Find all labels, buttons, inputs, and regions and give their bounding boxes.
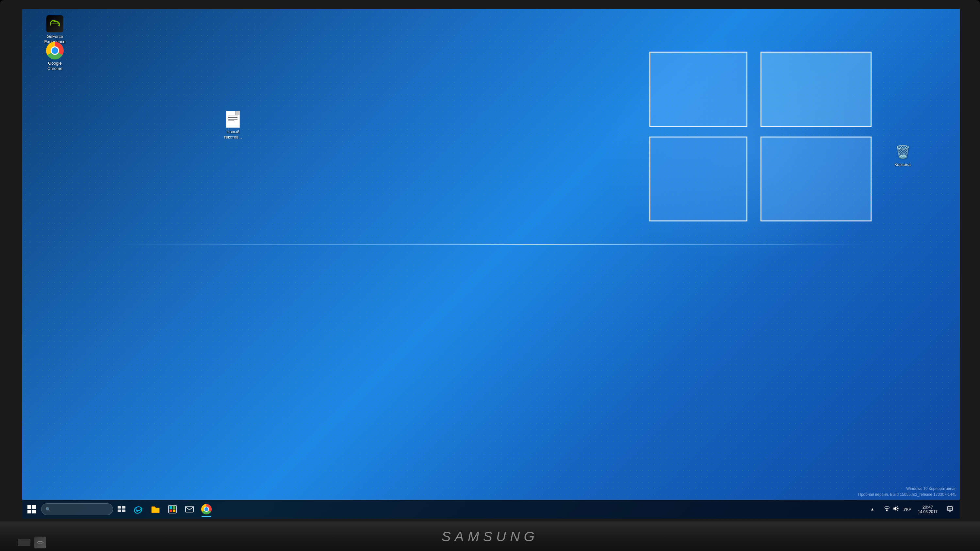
monitor-controls [18,537,46,548]
desktop-icon-geforce[interactable]: GeForce Experience [40,15,70,44]
desktop-icon-recycle[interactable]: 🗑️ Корзина [888,143,917,167]
search-bar[interactable]: 🔍 [41,503,113,515]
task-view-button[interactable] [113,501,130,518]
textfile-icon [226,111,240,128]
geforce-icon [46,15,64,32]
windows-logo [649,52,872,221]
store-button[interactable] [164,501,181,518]
edge-icon [134,505,143,514]
monitor-logo-button[interactable] [34,537,46,548]
win-pane-tr [760,52,872,127]
network-signal-icon [884,506,890,511]
svg-rect-6 [170,506,172,509]
win-pane-bl [649,137,748,221]
win-pane-br [760,137,872,221]
svg-rect-10 [186,506,193,512]
svg-rect-13 [947,507,953,510]
file-explorer-button[interactable] [147,501,164,518]
mail-icon [185,505,194,513]
watermark-line1: Windows 10 Корпоративная [858,486,956,492]
svg-rect-14 [948,508,951,508]
wallpaper: GeForce Experience Google Chrome [22,9,960,519]
svg-rect-3 [118,510,121,512]
recycle-bin-icon: 🗑️ [895,145,910,159]
language-indicator[interactable]: УКР [902,507,913,512]
store-icon [168,505,177,514]
chrome-taskbar-button[interactable] [198,501,215,518]
monitor: GeForce Experience Google Chrome [0,0,980,551]
monitor-button-1[interactable] [18,539,30,546]
textfile-label: Новый текстов... [218,129,248,140]
recycle-label: Корзина [894,162,911,167]
chrome-taskbar-icon [201,504,212,514]
watermark-line2: Пробная версия. Build 15055.rs2_release.… [858,492,956,497]
action-center-button[interactable] [943,502,957,516]
windows-watermark: Windows 10 Корпоративная Пробная версия.… [858,486,956,497]
clock-date: 14.03.2017 [918,510,937,514]
samsung-brand-logo: SAMSUNG [442,529,538,545]
chevron-icon: ▲ [870,507,874,511]
taskbar-active-indicator [202,516,212,517]
svg-rect-12 [885,508,889,509]
action-center-icon [947,506,953,513]
edge-button[interactable] [130,501,147,518]
start-icon [27,505,36,513]
file-explorer-icon [151,505,160,513]
chrome-label: Google Chrome [40,61,70,71]
clock-time: 20:47 [923,505,933,510]
volume-speaker-icon [893,506,899,511]
desktop-icon-chrome[interactable]: Google Chrome [40,42,70,71]
svg-rect-7 [173,506,175,509]
desktop-icon-textfile[interactable]: Новый текстов... [218,110,248,140]
svg-rect-1 [118,506,121,508]
volume-icon[interactable] [893,506,899,513]
svg-rect-0 [50,23,59,24]
task-view-icon [117,506,126,513]
start-button[interactable] [22,500,41,518]
svg-rect-8 [170,510,172,512]
svg-rect-15 [948,509,951,510]
clock[interactable]: 20:47 14.03.2017 [915,505,940,514]
mail-button[interactable] [181,501,198,518]
light-beam [22,244,960,245]
screen: GeForce Experience Google Chrome [22,9,960,519]
search-icon: 🔍 [45,507,51,512]
taskbar: 🔍 [22,500,960,519]
monitor-bezel-bottom: SAMSUNG [0,522,980,551]
svg-rect-11 [886,510,888,511]
svg-rect-2 [122,506,126,508]
system-tray: ▲ [863,500,960,518]
win-pane-tl [649,52,748,127]
network-icon[interactable] [884,506,890,513]
svg-rect-4 [122,510,126,512]
show-hidden-icons-button[interactable]: ▲ [863,500,881,518]
chrome-inner [51,46,59,55]
svg-rect-9 [173,510,175,512]
